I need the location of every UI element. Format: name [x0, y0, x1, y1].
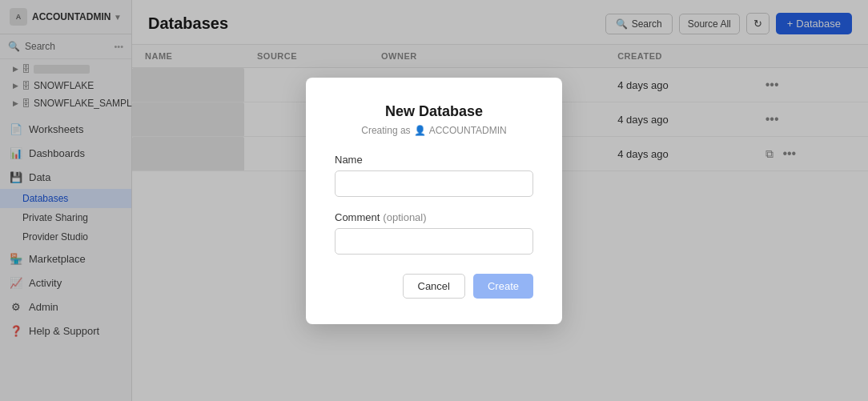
- cancel-button[interactable]: Cancel: [403, 274, 465, 299]
- comment-label: Comment(optional): [335, 211, 533, 223]
- comment-input[interactable]: [335, 228, 533, 255]
- modal-overlay: New Database Creating as 👤 ACCOUNTADMIN …: [0, 0, 868, 401]
- name-input[interactable]: [335, 170, 533, 197]
- modal-actions: Cancel Create: [335, 274, 533, 299]
- creating-as-user: ACCOUNTADMIN: [429, 125, 507, 136]
- modal-subtitle: Creating as 👤 ACCOUNTADMIN: [335, 125, 533, 136]
- modal-title: New Database: [335, 103, 533, 120]
- new-database-modal: New Database Creating as 👤 ACCOUNTADMIN …: [306, 78, 562, 324]
- name-label: Name: [335, 154, 533, 166]
- create-button[interactable]: Create: [473, 274, 533, 299]
- optional-text: (optional): [383, 211, 426, 223]
- creating-as-prefix: Creating as: [361, 125, 410, 136]
- comment-form-group: Comment(optional): [335, 211, 533, 255]
- main-content: Databases 🔍 Search Source All ↻ + Databa…: [132, 0, 868, 401]
- name-form-group: Name: [335, 154, 533, 197]
- user-icon: 👤: [414, 125, 426, 136]
